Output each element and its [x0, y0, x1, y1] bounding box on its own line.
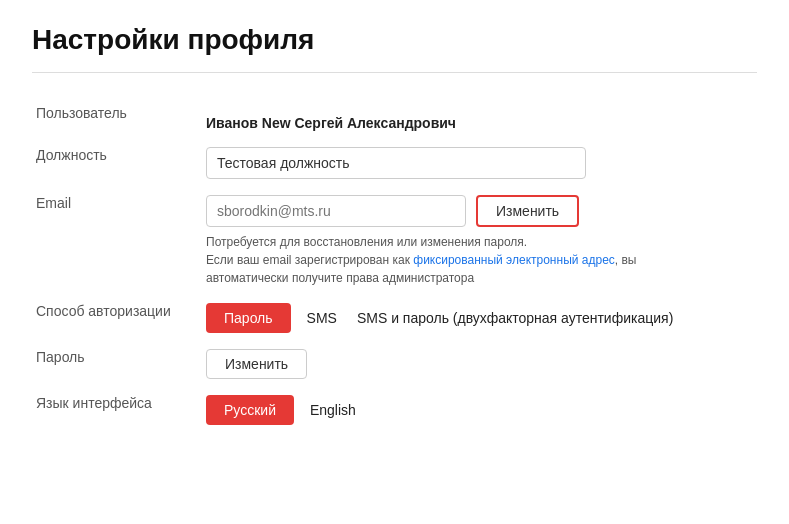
- user-row: Пользователь Иванов New Сергей Александр…: [32, 97, 757, 139]
- user-name: Иванов New Сергей Александрович: [206, 105, 456, 131]
- password-value-cell: Изменить: [202, 341, 757, 387]
- lang-label: Язык интерфейса: [32, 387, 202, 433]
- lang-english-button[interactable]: English: [306, 395, 360, 425]
- email-value-cell: Изменить Потребуется для восстановления …: [202, 187, 757, 295]
- lang-russian-button[interactable]: Русский: [206, 395, 294, 425]
- email-input-row: Изменить: [206, 195, 753, 227]
- email-hint-link[interactable]: фиксированный электронный адрес: [413, 253, 615, 267]
- email-row: Email Изменить Потребуется для восстанов…: [32, 187, 757, 295]
- user-label: Пользователь: [32, 97, 202, 139]
- position-value-cell: [202, 139, 757, 187]
- email-input[interactable]: [206, 195, 466, 227]
- profile-form: Пользователь Иванов New Сергей Александр…: [32, 97, 757, 433]
- page-title: Настройки профиля: [32, 24, 757, 56]
- user-value-cell: Иванов New Сергей Александрович: [202, 97, 757, 139]
- lang-buttons: Русский English: [206, 395, 753, 425]
- password-change-button[interactable]: Изменить: [206, 349, 307, 379]
- divider: [32, 72, 757, 73]
- email-hint-text1: Потребуется для восстановления или измен…: [206, 235, 527, 249]
- auth-sms-password-button[interactable]: SMS и пароль (двухфакторная аутентификац…: [353, 303, 677, 333]
- password-label: Пароль: [32, 341, 202, 387]
- email-change-button[interactable]: Изменить: [476, 195, 579, 227]
- auth-row: Способ авторизации Пароль SMS SMS и паро…: [32, 295, 757, 341]
- email-hint: Потребуется для восстановления или измен…: [206, 233, 666, 287]
- auth-sms-button[interactable]: SMS: [303, 303, 341, 333]
- auth-value-cell: Пароль SMS SMS и пароль (двухфакторная а…: [202, 295, 757, 341]
- auth-buttons: Пароль SMS SMS и пароль (двухфакторная а…: [206, 303, 753, 333]
- email-hint-text2: Если ваш email зарегистрирован как: [206, 253, 413, 267]
- password-row: Пароль Изменить: [32, 341, 757, 387]
- auth-password-button[interactable]: Пароль: [206, 303, 291, 333]
- lang-row: Язык интерфейса Русский English: [32, 387, 757, 433]
- auth-label: Способ авторизации: [32, 295, 202, 341]
- position-row: Должность: [32, 139, 757, 187]
- lang-value-cell: Русский English: [202, 387, 757, 433]
- position-input[interactable]: [206, 147, 586, 179]
- position-label: Должность: [32, 139, 202, 187]
- email-label: Email: [32, 187, 202, 295]
